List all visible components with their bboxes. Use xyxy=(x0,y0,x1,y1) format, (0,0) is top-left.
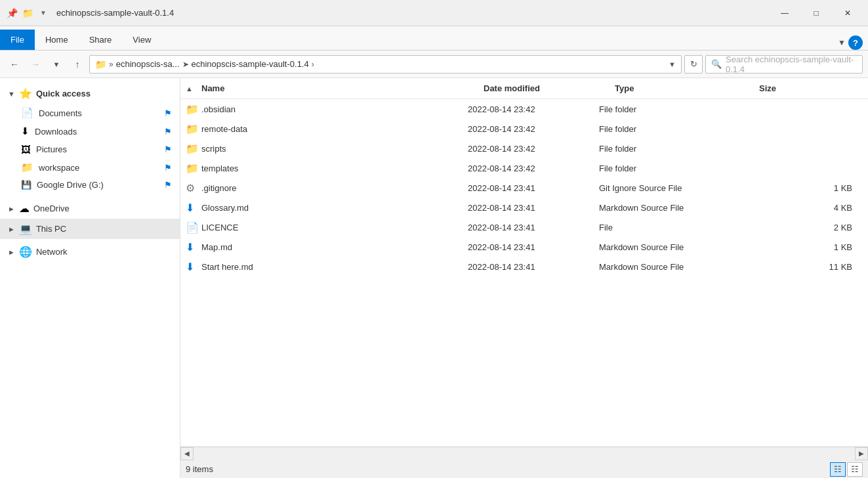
file-type-mapmd: Markdown Source File xyxy=(599,242,743,252)
close-button[interactable]: ✕ xyxy=(833,3,863,24)
sidebar-item-documents[interactable]: 📄 Documents ⚑ xyxy=(0,104,180,122)
file-name-obsidian: .obsidian xyxy=(201,104,468,114)
workspace-icon: 📁 xyxy=(21,162,33,173)
address-bar[interactable]: 📁 » echinopscis-sa... ➤ echinopscis-samp… xyxy=(89,55,682,74)
sidebar-section-network[interactable]: ► 🌐 Network xyxy=(0,242,180,262)
back-button[interactable]: ← xyxy=(5,55,24,74)
network-chevron: ► xyxy=(8,248,15,256)
file-date-obsidian: 2022-08-14 23:42 xyxy=(468,104,599,114)
search-icon: 🔍 xyxy=(711,59,722,69)
file-row-glossary[interactable]: ⬇ Glossary.md 2022-08-14 23:41 Markdown … xyxy=(180,198,868,217)
ribbon-expand-area: ▼ ? xyxy=(838,35,868,50)
col-header-size[interactable]: Size xyxy=(756,83,863,93)
sidebar-section-onedrive[interactable]: ► ☁ OneDrive xyxy=(0,198,180,219)
sidebar-section-thispc[interactable]: ► 💻 This PC xyxy=(0,219,180,239)
documents-icon: 📄 xyxy=(21,107,33,119)
thispc-icon: 💻 xyxy=(19,223,32,235)
file-type-obsidian: File folder xyxy=(599,104,743,114)
view-toggle-buttons: ☷ ☷ xyxy=(830,462,863,477)
downloads-pin-icon: ⚑ xyxy=(164,127,172,137)
tab-share[interactable]: Share xyxy=(79,30,123,50)
file-name-scripts: scripts xyxy=(201,144,468,154)
window-title: echinopscis-sample-vault-0.1.4 xyxy=(56,8,766,18)
file-type-gitignore: Git Ignore Source File xyxy=(599,183,743,193)
col-header-date[interactable]: Date modified xyxy=(481,83,612,93)
pictures-icon: 🖼 xyxy=(21,144,31,155)
status-item-count: 9 items xyxy=(186,464,825,474)
file-size-starthere: 11 KB xyxy=(743,262,863,272)
address-arrow: ➤ xyxy=(182,60,189,69)
address-folder-icon: 📁 xyxy=(95,59,106,70)
help-button[interactable]: ? xyxy=(848,35,863,50)
tab-home[interactable]: Home xyxy=(35,30,79,50)
maximize-button[interactable]: □ xyxy=(801,3,831,24)
folder-icon-obsidian: 📁 xyxy=(186,103,201,116)
network-label: Network xyxy=(36,247,68,257)
file-date-gitignore: 2022-08-14 23:41 xyxy=(468,183,599,193)
file-row-gitignore[interactable]: ⚙ .gitignore 2022-08-14 23:41 Git Ignore… xyxy=(180,178,868,198)
sidebar-item-workspace[interactable]: 📁 workspace ⚑ xyxy=(0,158,180,177)
file-name-templates: templates xyxy=(201,163,468,173)
view-details-button[interactable]: ☷ xyxy=(830,462,846,477)
file-date-scripts: 2022-08-14 23:42 xyxy=(468,144,599,154)
scroll-right-button[interactable]: ▶ xyxy=(855,447,868,460)
address-current-folder: echinopscis-sample-vault-0.1.4 xyxy=(192,59,309,69)
sidebar-item-pictures[interactable]: 🖼 Pictures ⚑ xyxy=(0,141,180,158)
file-row-obsidian[interactable]: 📁 .obsidian 2022-08-14 23:42 File folder xyxy=(180,99,868,119)
folder-icon-remote-data: 📁 xyxy=(186,123,201,135)
sort-collapse-button[interactable]: ▲ xyxy=(186,85,199,93)
ribbon-tabs: File Home Share View ▼ ? xyxy=(0,26,868,50)
view-tiles-button[interactable]: ☷ xyxy=(847,462,863,477)
file-row-templates[interactable]: 📁 templates 2022-08-14 23:42 File folder xyxy=(180,158,868,178)
search-bar[interactable]: 🔍 Search echinopscis-sample-vault-0.1.4 xyxy=(705,55,863,74)
md-icon-map: ⬇ xyxy=(186,241,201,253)
sidebar-item-downloads[interactable]: ⬇ Downloads ⚑ xyxy=(0,122,180,141)
file-row-remote-data[interactable]: 📁 remote-data 2022-08-14 23:42 File fold… xyxy=(180,119,868,139)
file-date-starthere: 2022-08-14 23:41 xyxy=(468,262,599,272)
file-row-scripts[interactable]: 📁 scripts 2022-08-14 23:42 File folder xyxy=(180,139,868,158)
col-header-type[interactable]: Type xyxy=(612,83,756,93)
file-size-mapmd: 1 KB xyxy=(743,242,863,252)
file-name-gitignore: .gitignore xyxy=(201,183,468,193)
documents-label: Documents xyxy=(39,108,159,118)
title-bar: 📌 📁 ▼ echinopscis-sample-vault-0.1.4 — □… xyxy=(0,0,868,26)
sidebar: ▼ ⭐ Quick access 📄 Documents ⚑ ⬇ Downloa… xyxy=(0,78,180,478)
file-row-starthere[interactable]: ⬇ Start here.md 2022-08-14 23:41 Markdow… xyxy=(180,257,868,276)
tab-view[interactable]: View xyxy=(122,30,161,50)
address-dropdown-button[interactable]: ▼ xyxy=(669,60,676,68)
ribbon-collapse-icon[interactable]: ▼ xyxy=(838,38,846,47)
dropdown-history-button[interactable]: ▼ xyxy=(47,55,66,74)
dropdown-arrow-icon[interactable]: ▼ xyxy=(37,7,50,20)
googledrive-label: Google Drive (G:) xyxy=(37,180,159,190)
minimize-button[interactable]: — xyxy=(770,3,800,24)
column-headers: ▲ Name Date modified Type Size xyxy=(180,78,868,99)
downloads-icon: ⬇ xyxy=(21,125,30,137)
refresh-button[interactable]: ↻ xyxy=(684,55,703,74)
sidebar-section-quick-access[interactable]: ▼ ⭐ Quick access xyxy=(0,83,180,104)
up-button[interactable]: ↑ xyxy=(68,55,87,74)
forward-button[interactable]: → xyxy=(26,55,45,74)
file-row-mapmd[interactable]: ⬇ Map.md 2022-08-14 23:41 Markdown Sourc… xyxy=(180,237,868,257)
nav-bar: ← → ▼ ↑ 📁 » echinopscis-sa... ➤ echinops… xyxy=(0,51,868,78)
file-type-templates: File folder xyxy=(599,163,743,173)
file-type-scripts: File folder xyxy=(599,144,743,154)
horizontal-scrollbar[interactable]: ◀ ▶ xyxy=(180,446,868,460)
file-icon-licence: 📄 xyxy=(186,221,201,234)
tab-file[interactable]: File xyxy=(0,30,35,50)
search-placeholder: Search echinopscis-sample-vault-0.1.4 xyxy=(726,54,857,74)
main-area: ▼ ⭐ Quick access 📄 Documents ⚑ ⬇ Downloa… xyxy=(0,78,868,478)
onedrive-chevron: ► xyxy=(8,205,15,213)
scroll-left-button[interactable]: ◀ xyxy=(180,447,194,460)
workspace-label: workspace xyxy=(39,163,159,173)
file-row-licence[interactable]: 📄 LICENCE 2022-08-14 23:41 File 2 KB xyxy=(180,217,868,237)
sidebar-item-googledrive[interactable]: 💾 Google Drive (G:) ⚑ xyxy=(0,177,180,193)
status-bar: 9 items ☷ ☷ xyxy=(180,460,868,478)
file-date-remote-data: 2022-08-14 23:42 xyxy=(468,124,599,134)
file-name-glossary: Glossary.md xyxy=(201,203,468,213)
scroll-track[interactable] xyxy=(194,447,855,460)
md-icon-glossary: ⬇ xyxy=(186,202,201,214)
md-icon-starthere: ⬇ xyxy=(186,261,201,273)
col-header-name[interactable]: Name xyxy=(199,83,481,93)
file-date-templates: 2022-08-14 23:42 xyxy=(468,163,599,173)
content-area: ▲ Name Date modified Type Size 📁 .obsidi… xyxy=(180,78,868,478)
